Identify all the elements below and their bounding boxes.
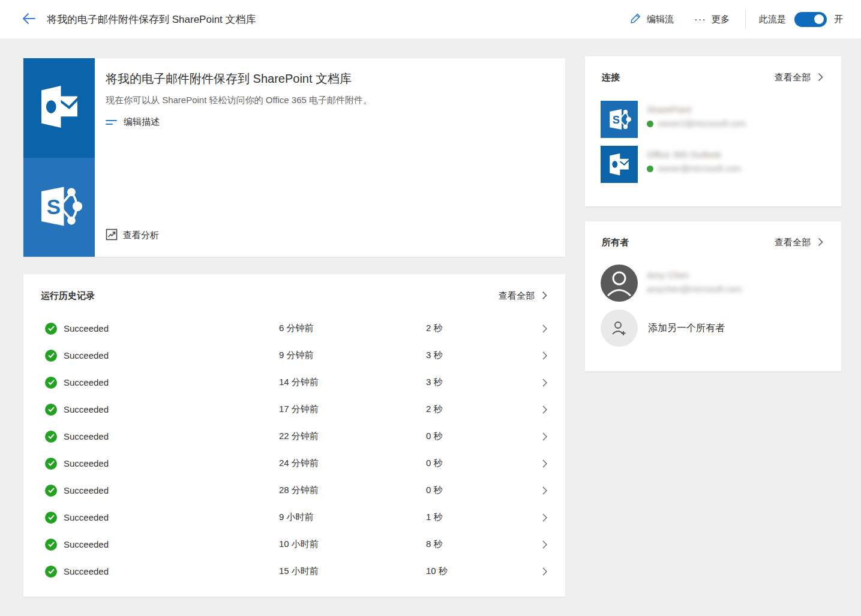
sharepoint-tile: S [23,158,95,257]
run-time: 15 小时前 [279,566,426,577]
run-duration: 2 秒 [426,404,536,415]
run-row[interactable]: Succeeded 15 小时前 10 秒 [23,558,565,585]
view-analytics-button[interactable]: 查看分析 [106,229,159,242]
chevron-right-icon[interactable] [536,324,547,333]
outlook-logo-icon [35,83,83,133]
run-history-card: 运行历史记录 查看全部 Succeeded 6 分钟前 2 秒 Suc [23,274,565,597]
more-button[interactable]: ··· 更多 [688,10,736,29]
run-duration: 0 秒 [426,485,536,496]
power-automate-flow-detail-page: 将我的电子邮件附件保存到 SharePoint 文档库 编辑流 ··· 更多 此… [0,0,861,616]
more-label: 更多 [712,14,730,25]
connection-name-masked: Office 365 Outlook [647,149,741,160]
connection-account-masked: owner@microsoft.com [658,164,741,173]
connections-card: 连接 查看全部 S [585,56,841,206]
chevron-right-icon[interactable] [536,378,547,387]
run-status-label: Succeeded [64,377,109,387]
run-duration: 3 秒 [426,377,536,388]
run-time: 22 分钟前 [279,431,426,442]
chevron-right-icon [818,73,823,83]
run-row[interactable]: Succeeded 14 分钟前 3 秒 [23,369,565,396]
flow-state-on-label: 开 [834,14,843,25]
run-status-label: Succeeded [64,485,109,495]
run-duration: 0 秒 [426,458,536,469]
ellipsis-icon: ··· [694,14,706,25]
back-button[interactable] [20,11,37,28]
run-history-title: 运行历史记录 [41,290,95,302]
see-all-label: 查看全部 [775,72,811,83]
success-check-icon [45,404,57,416]
run-history-see-all-link[interactable]: 查看全部 [499,290,547,302]
run-status-label: Succeeded [64,458,109,468]
success-check-icon [45,485,57,497]
flow-on-off-toggle[interactable] [794,12,827,27]
see-all-label: 查看全部 [499,290,535,302]
chevron-right-icon[interactable] [536,486,547,495]
flow-summary-card: S 将我的电子邮件附件保存到 SharePoint 文档库 现在你可以从 Sha… [23,58,565,257]
run-status-label: Succeeded [64,431,109,441]
run-time: 10 小时前 [279,539,426,550]
chevron-right-icon[interactable] [536,567,547,576]
run-row[interactable]: Succeeded 10 小时前 8 秒 [23,531,565,558]
content-area: S 将我的电子邮件附件保存到 SharePoint 文档库 现在你可以从 Sha… [0,38,861,616]
run-time: 9 小时前 [279,512,426,523]
run-row[interactable]: Succeeded 28 分钟前 0 秒 [23,477,565,504]
run-row[interactable]: Succeeded 17 分钟前 2 秒 [23,396,565,423]
owners-see-all-link[interactable]: 查看全部 [775,237,823,248]
flow-title: 将我的电子邮件附件保存到 SharePoint 文档库 [106,71,547,87]
connection-item-sharepoint[interactable]: S SharePoint owner2@microsoft.com [601,101,746,138]
back-arrow-icon [22,13,36,26]
chevron-right-icon[interactable] [536,405,547,414]
run-status-label: Succeeded [64,566,109,576]
connection-item-outlook[interactable]: Office 365 Outlook owner@microsoft.com [601,146,741,183]
pencil-icon [630,13,641,26]
run-time: 14 分钟前 [279,377,426,388]
presence-status-icon [647,121,653,127]
run-history-header: 运行历史记录 查看全部 [23,274,565,302]
run-row[interactable]: Succeeded 24 分钟前 0 秒 [23,450,565,477]
run-duration: 8 秒 [426,539,536,550]
run-history-list: Succeeded 6 分钟前 2 秒 Succeeded 9 分钟前 3 秒 … [23,315,565,585]
run-row[interactable]: Succeeded 9 小时前 1 秒 [23,504,565,531]
run-row[interactable]: Succeeded 22 分钟前 0 秒 [23,423,565,450]
success-check-icon [45,539,57,551]
person-avatar-icon [601,265,638,302]
top-bar-actions: 编辑流 ··· 更多 此流是 开 [624,9,843,29]
run-time: 17 分钟前 [279,404,426,415]
chevron-right-icon[interactable] [536,459,547,468]
chevron-right-icon[interactable] [536,432,547,441]
connections-see-all-link[interactable]: 查看全部 [775,72,823,83]
run-status-label: Succeeded [64,539,109,549]
svg-text:S: S [46,194,60,218]
flow-description: 现在你可以从 SharePoint 轻松访问你的 Office 365 电子邮件… [106,95,547,106]
outlook-tile [23,58,95,158]
view-analytics-label: 查看分析 [123,230,159,241]
run-duration: 10 秒 [426,566,536,577]
run-time: 24 分钟前 [279,458,426,469]
run-duration: 2 秒 [426,323,536,334]
success-check-icon [45,566,57,578]
outlook-logo-icon [601,146,638,183]
analytics-chart-icon [106,229,118,242]
presence-status-icon [647,166,653,172]
chevron-right-icon [542,291,547,302]
success-check-icon [45,512,57,524]
owner-list-item: Amy Chen amychen@microsoft.com [601,265,742,302]
success-check-icon [45,323,57,335]
owner-name-masked: Amy Chen [647,270,742,280]
chevron-right-icon[interactable] [536,513,547,522]
chevron-right-icon [818,238,823,248]
page-title: 将我的电子邮件附件保存到 SharePoint 文档库 [47,13,256,26]
edit-description-button[interactable]: 编辑描述 [106,116,160,128]
connections-header: 连接 查看全部 [585,56,841,83]
edit-flow-button[interactable]: 编辑流 [624,9,680,29]
add-owner-button[interactable]: 添加另一个所有者 [601,309,725,347]
run-row[interactable]: Succeeded 9 分钟前 3 秒 [23,342,565,369]
run-status-label: Succeeded [64,404,109,414]
owners-card: 所有者 查看全部 Amy Chen amychen@m [585,221,841,371]
run-row[interactable]: Succeeded 6 分钟前 2 秒 [23,315,565,342]
run-duration: 1 秒 [426,512,536,523]
chevron-right-icon[interactable] [536,540,547,549]
run-duration: 0 秒 [426,431,536,442]
success-check-icon [45,377,57,389]
chevron-right-icon[interactable] [536,351,547,360]
